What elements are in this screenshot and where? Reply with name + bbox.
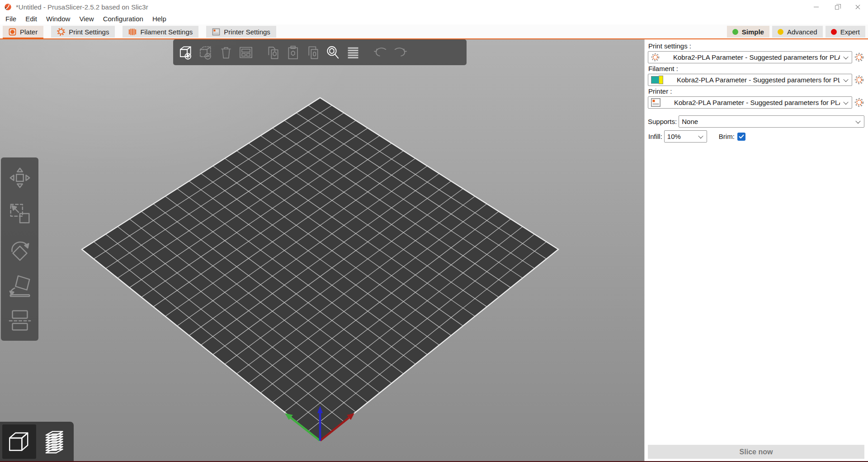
delete-all-trash-icon: [218, 43, 234, 62]
3d-view-cube-icon: [5, 427, 33, 456]
undo-icon: [372, 43, 389, 62]
printer-row: Kobra2-PLA Parameter - Suggested paramet…: [648, 96, 864, 109]
paste-icon: [285, 43, 302, 62]
tab-print-settings[interactable]: Print Settings: [51, 26, 115, 38]
redo-button[interactable]: [392, 42, 409, 63]
tab-plater[interactable]: Plater: [3, 26, 43, 38]
close-icon: [855, 4, 861, 10]
filament-value: Kobra2-PLA Parameter - Suggested paramet…: [663, 76, 840, 84]
tab-label: Plater: [20, 28, 38, 36]
restore-button[interactable]: [826, 0, 847, 14]
printer-label: Printer :: [648, 87, 864, 95]
scale-icon: [7, 200, 33, 227]
delete-object-icon: [198, 43, 214, 62]
mode-advanced-button[interactable]: Advanced: [772, 26, 823, 38]
undo-button[interactable]: [372, 42, 389, 63]
slice-now-button[interactable]: Slice now: [648, 445, 864, 459]
place-on-face-button[interactable]: [5, 269, 34, 300]
menu-help[interactable]: Help: [148, 14, 171, 24]
3d-editor-view-button[interactable]: [2, 424, 36, 459]
filament-combo[interactable]: Kobra2-PLA Parameter - Suggested paramet…: [648, 74, 852, 86]
cut-button[interactable]: [5, 305, 34, 336]
minimize-icon: [814, 7, 819, 7]
filament-color-swatch-icon: [651, 76, 663, 84]
print-bed: [0, 39, 644, 461]
minimize-button[interactable]: [806, 0, 826, 14]
edit-printer-button[interactable]: [854, 97, 864, 108]
menu-view[interactable]: View: [75, 14, 98, 24]
arrange-icon: [238, 43, 254, 62]
menu-edit[interactable]: Edit: [21, 14, 42, 24]
menubar: File Edit Window View Configuration Help: [0, 14, 868, 24]
tab-filament-settings[interactable]: Filament Settings: [123, 26, 198, 38]
move-icon: [7, 165, 33, 191]
tab-label: Printer Settings: [224, 28, 270, 36]
arrange-button[interactable]: [237, 42, 254, 63]
view-switcher: [0, 422, 74, 461]
set-instances-icon: [305, 43, 321, 62]
3d-viewport[interactable]: [0, 39, 644, 461]
search-icon: [325, 43, 341, 62]
edit-print-settings-button[interactable]: [854, 52, 864, 62]
edit-filament-button[interactable]: [854, 75, 864, 85]
preview-button[interactable]: [38, 424, 72, 459]
print-settings-gear-icon: [651, 53, 660, 62]
print-settings-value: Kobra2-PLA Parameter - Suggested paramet…: [660, 53, 840, 61]
print-settings-label: Print settings :: [648, 42, 864, 50]
tabbar: Plater Print Settings Filament Settings: [0, 24, 868, 39]
redo-icon: [392, 43, 409, 62]
chevron-down-icon: [840, 56, 852, 59]
prusaslicer-logo-icon: [4, 3, 12, 11]
close-button[interactable]: [847, 0, 868, 14]
advanced-mode-dot-icon: [778, 29, 783, 35]
supports-row: Supports: None: [648, 115, 864, 128]
instances-button[interactable]: [305, 42, 321, 63]
search-button[interactable]: [325, 42, 341, 63]
preview-layers-icon: [40, 427, 69, 456]
supports-combo[interactable]: None: [679, 115, 864, 128]
add-button[interactable]: [178, 42, 194, 63]
brim-checkbox[interactable]: [737, 133, 745, 141]
restore-icon: [835, 5, 839, 10]
mode-simple-button[interactable]: Simple: [727, 26, 769, 38]
scale-button[interactable]: [5, 198, 34, 229]
mode-label: Simple: [742, 28, 764, 36]
titlebar: *Untitled - PrusaSlicer-2.5.2 based on S…: [0, 0, 868, 14]
menu-file[interactable]: File: [1, 14, 21, 24]
mode-expert-button[interactable]: Expert: [826, 26, 865, 38]
delete-all-button[interactable]: [217, 42, 234, 63]
infill-row: Infill: 10% Brim:: [648, 130, 864, 143]
infill-value: 10%: [665, 133, 695, 140]
copy-button[interactable]: [265, 42, 282, 63]
supports-label: Supports:: [648, 118, 677, 125]
infill-combo[interactable]: 10%: [664, 130, 707, 143]
tab-label: Filament Settings: [140, 28, 193, 36]
printer-settings-icon: [212, 28, 220, 36]
simple-mode-dot-icon: [732, 29, 738, 35]
tab-label: Print Settings: [69, 28, 109, 36]
variable-layer-height-button[interactable]: [344, 42, 361, 63]
window-title: *Untitled - PrusaSlicer-2.5.2 based on S…: [16, 3, 148, 11]
filament-settings-icon: [128, 28, 137, 36]
mode-label: Expert: [840, 28, 860, 36]
printer-combo[interactable]: Kobra2-PLA Parameter - Suggested paramet…: [648, 96, 852, 109]
tab-printer-settings[interactable]: Printer Settings: [206, 26, 276, 38]
menu-configuration[interactable]: Configuration: [99, 14, 148, 24]
plater-icon: [9, 28, 16, 36]
layers-icon: [345, 43, 361, 62]
sidebar: Print settings : Kobra2-PLA Parameter - …: [644, 39, 868, 461]
rotate-button[interactable]: [5, 233, 34, 265]
place-on-face-icon: [7, 271, 33, 298]
delete-button[interactable]: [198, 42, 214, 63]
chevron-down-icon: [840, 101, 852, 105]
move-button[interactable]: [5, 162, 34, 194]
app-window: *Untitled - PrusaSlicer-2.5.2 based on S…: [0, 0, 868, 462]
add-object-icon: [178, 43, 194, 62]
paste-button[interactable]: [285, 42, 302, 63]
brim-label: Brim:: [719, 133, 735, 140]
print-settings-combo[interactable]: Kobra2-PLA Parameter - Suggested paramet…: [648, 51, 852, 63]
gear-icon: [854, 75, 864, 85]
menu-window[interactable]: Window: [42, 14, 75, 24]
supports-value: None: [679, 118, 852, 125]
filament-row: Kobra2-PLA Parameter - Suggested paramet…: [648, 74, 864, 86]
